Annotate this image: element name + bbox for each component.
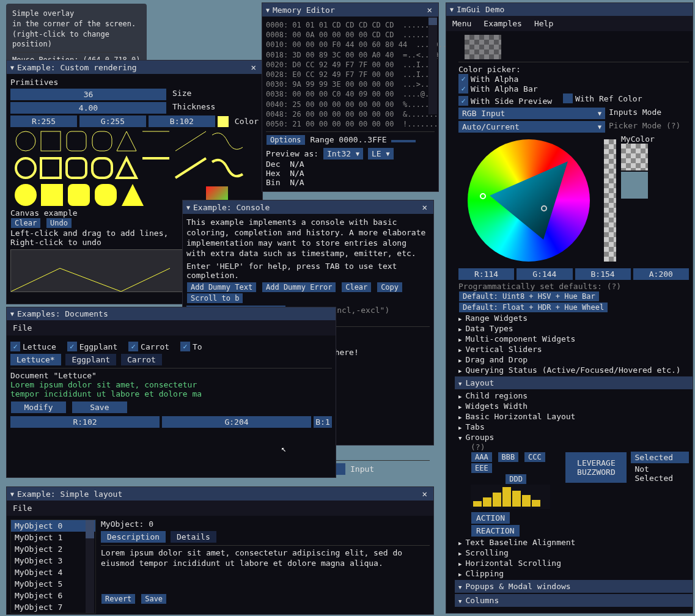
close-icon[interactable]: ✕ bbox=[425, 5, 435, 15]
size-slider[interactable]: 36 bbox=[10, 89, 166, 100]
collapse-icon[interactable]: ▼ bbox=[266, 7, 270, 13]
window-simple-layout[interactable]: ▼ Example: Simple layout ✕ File MyObject… bbox=[6, 486, 434, 615]
menu-file[interactable]: File bbox=[7, 502, 38, 514]
rgba-b[interactable]: B:154 bbox=[575, 268, 631, 280]
copy-button[interactable]: Copy bbox=[377, 282, 402, 292]
list-item[interactable]: MyObject 2 bbox=[11, 543, 95, 555]
tree-item[interactable]: Clipping bbox=[458, 568, 689, 579]
tree-item[interactable]: Horizontal Scrolling bbox=[458, 558, 689, 568]
default-preset-2-button[interactable]: Default: Float + HDR + Hue Wheel bbox=[459, 302, 608, 312]
titlebar[interactable]: ▼ Example: Console ✕ bbox=[183, 200, 433, 214]
checkbox-with-alpha[interactable]: ✓With Alpha bbox=[458, 74, 518, 84]
inputs-mode-combo[interactable]: RGB Input▼ bbox=[458, 108, 605, 119]
titlebar[interactable]: ▼ Examples: Documents bbox=[7, 307, 336, 320]
leverage-button[interactable]: LEVERAGE BUZZWORD bbox=[565, 452, 627, 483]
color-triangle[interactable] bbox=[480, 152, 578, 249]
doc-color-r[interactable]: R:102 bbox=[10, 416, 160, 428]
checkbox-eggplant[interactable]: ✓Eggplant bbox=[67, 342, 118, 351]
rgba-r[interactable]: R:114 bbox=[458, 268, 514, 280]
menubar[interactable]: File bbox=[7, 501, 433, 516]
checkbox-lettuce[interactable]: ✓Lettuce bbox=[10, 342, 56, 351]
options-button[interactable]: Options bbox=[267, 135, 305, 145]
titlebar[interactable]: ▼ Example: Simple layout ✕ bbox=[7, 487, 433, 501]
add-dummy-error-button[interactable]: Add Dummy Error bbox=[262, 282, 336, 292]
hex-row[interactable]: 0038: 00 00 00 C0 40 09 00 00 ....@... bbox=[266, 89, 435, 99]
hex-row[interactable]: 0020: D0 CC 92 49 F7 7F 00 00 ...I.... bbox=[266, 60, 435, 70]
hex-dump[interactable]: 0000: 01 01 01 CD CD CD CD CD ........00… bbox=[266, 20, 435, 129]
window-imgui-demo[interactable]: ▼ ImGui Demo Menu Examples Help Color pi… bbox=[446, 2, 693, 614]
close-icon[interactable]: ✕ bbox=[420, 489, 430, 499]
collapse-icon[interactable]: ▼ bbox=[186, 204, 190, 211]
menu-item[interactable]: Help bbox=[528, 18, 559, 29]
preview-endian-combo[interactable]: LE▼ bbox=[368, 148, 394, 160]
mycolor-original-swatch[interactable] bbox=[621, 172, 648, 199]
hex-row[interactable]: 0008: 00 0A 00 00 00 00 CD CD ........ bbox=[266, 30, 435, 40]
close-icon[interactable]: ✕ bbox=[420, 202, 430, 212]
save-button[interactable]: Save bbox=[72, 402, 127, 413]
checkbox-with-alpha-bar[interactable]: ✓With Alpha Bar bbox=[458, 84, 538, 94]
hex-row[interactable]: 0040: 25 00 00 00 00 00 00 00 %....... bbox=[266, 100, 435, 109]
object-list[interactable]: MyObject 0MyObject 1MyObject 2MyObject 3… bbox=[10, 519, 96, 614]
revert-button[interactable]: Revert bbox=[101, 594, 135, 604]
window-memory-editor[interactable]: ▼ Memory Editor ✕ 0000: 01 01 01 CD CD C… bbox=[262, 2, 439, 192]
add-dummy-text-button[interactable]: Add Dummy Text bbox=[187, 282, 256, 292]
modify-button[interactable]: Modify bbox=[11, 402, 66, 413]
clear-button[interactable]: Clear bbox=[342, 282, 371, 292]
tree-item[interactable]: Widgets Width bbox=[458, 401, 689, 411]
reaction-button[interactable]: REACTION bbox=[471, 525, 520, 537]
list-item[interactable]: MyObject 5 bbox=[11, 578, 95, 590]
hex-row[interactable]: 0000: 01 01 01 CD CD CD CD CD ........ bbox=[266, 20, 435, 30]
save-button[interactable]: Save bbox=[141, 594, 166, 604]
tab-lettuce[interactable]: Lettuce* bbox=[10, 354, 61, 365]
titlebar[interactable]: ▼ Example: Custom rendering ✕ bbox=[7, 61, 262, 74]
hex-row[interactable]: 0030: 9A 99 99 3E 00 00 00 00 ...>.... bbox=[266, 79, 435, 89]
close-icon[interactable]: ✕ bbox=[249, 62, 259, 72]
hex-row[interactable]: 0048: 26 00 00 00 00 00 00 00 &....... bbox=[266, 109, 435, 119]
menu-file[interactable]: File bbox=[7, 322, 38, 334]
doc-color-g[interactable]: G:204 bbox=[162, 416, 311, 428]
preview-type-combo[interactable]: Int32▼ bbox=[323, 148, 363, 160]
list-item[interactable]: MyObject 6 bbox=[11, 590, 95, 601]
hex-row[interactable]: 0010: 00 00 00 F0 44 00 60 80 44 ....D..… bbox=[266, 40, 435, 50]
selectable-selected[interactable]: Selected bbox=[631, 452, 689, 463]
collapse-icon[interactable]: ▼ bbox=[10, 310, 14, 317]
menu-item[interactable]: Examples bbox=[477, 18, 528, 29]
checkbox-ref-color[interactable]: With Ref Color bbox=[563, 94, 642, 103]
collapse-icon[interactable]: ▼ bbox=[10, 491, 14, 497]
tree-item[interactable]: Child regions bbox=[458, 391, 689, 401]
hex-row[interactable]: 0028: E0 CC 92 49 F7 7F 00 00 ...I.... bbox=[266, 70, 435, 79]
grp-ccc[interactable]: CCC bbox=[524, 452, 545, 462]
sv-cursor-icon[interactable] bbox=[541, 205, 547, 211]
action-button[interactable]: ACTION bbox=[471, 512, 510, 524]
tree-item[interactable]: Tabs bbox=[458, 422, 689, 432]
color-g-slider[interactable]: G:255 bbox=[79, 116, 146, 127]
list-item[interactable]: MyObject 1 bbox=[11, 532, 95, 543]
grp-eee[interactable]: EEE bbox=[471, 463, 492, 473]
section-popups[interactable]: Popups & Modal windows bbox=[455, 580, 693, 593]
mycolor-current-swatch[interactable] bbox=[621, 144, 648, 170]
goto-addr-input[interactable] bbox=[391, 140, 416, 142]
tree-groups[interactable]: Groups bbox=[458, 432, 689, 442]
window-documents[interactable]: ▼ Examples: Documents File ✓Lettuce ✓Egg… bbox=[6, 307, 336, 478]
doc-color-b[interactable]: B:1 bbox=[314, 416, 332, 428]
tree-item[interactable]: Scrolling bbox=[458, 548, 689, 558]
menu-item[interactable]: Menu bbox=[446, 18, 477, 29]
list-item[interactable]: MyObject 0 bbox=[11, 520, 95, 532]
tree-item[interactable]: Multi-component Widgets bbox=[458, 334, 689, 344]
tree-item[interactable]: Drag and Drop bbox=[458, 354, 689, 365]
hue-cursor-icon[interactable] bbox=[480, 193, 486, 199]
rgba-g[interactable]: G:144 bbox=[517, 268, 572, 280]
big-color-preview[interactable] bbox=[465, 35, 501, 59]
color-b-slider[interactable]: B:102 bbox=[149, 116, 215, 127]
rgba-a[interactable]: A:200 bbox=[633, 268, 689, 280]
tab-eggplant[interactable]: Eggplant bbox=[65, 354, 116, 365]
collapse-icon[interactable]: ▼ bbox=[10, 64, 14, 71]
undo-button[interactable]: Undo bbox=[46, 218, 72, 228]
grp-aaa[interactable]: AAA bbox=[471, 452, 492, 462]
picker-mode-combo[interactable]: Auto/Current▼ bbox=[458, 121, 605, 133]
collapse-icon[interactable]: ▼ bbox=[450, 6, 454, 13]
grp-bbb[interactable]: BBB bbox=[498, 452, 519, 462]
titlebar[interactable]: ▼ Memory Editor ✕ bbox=[262, 3, 438, 16]
color-swatch[interactable] bbox=[218, 116, 229, 127]
hex-row[interactable]: 0018: 3D 00 89 3C 00 00 A0 40 =..<...@ bbox=[266, 50, 435, 60]
